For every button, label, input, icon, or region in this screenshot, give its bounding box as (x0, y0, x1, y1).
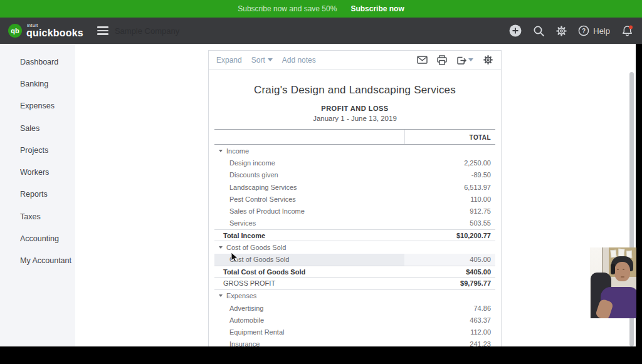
row-value: $10,200.77 (456, 232, 491, 239)
quickbooks-wordmark: quickbooks (26, 28, 83, 38)
webcam-headphones (611, 264, 615, 274)
subscribe-now-link[interactable]: Subscribe now (350, 4, 404, 13)
report-row-expenses[interactable]: Expenses (214, 290, 495, 302)
row-value: 912.75 (470, 207, 491, 215)
help-button[interactable]: ? Help (578, 25, 610, 36)
sidebar-item-label: Projects (20, 146, 48, 155)
row-value: 74.86 (473, 304, 491, 312)
report-row-insurance[interactable]: Insurance241.23 (214, 338, 495, 346)
sidebar-item-label: Sales (20, 124, 39, 133)
row-value: 241.23 (470, 340, 491, 346)
report-date-range: January 1 - June 13, 2019 (209, 115, 501, 122)
quickbooks-logo[interactable]: qb intuit quickbooks (0, 23, 83, 38)
report-row-landscaping-services[interactable]: Landscaping Services6,513.97 (214, 181, 495, 193)
row-label: Services (229, 219, 256, 227)
report-table-body: IncomeDesign income2,250.00Discounts giv… (214, 145, 495, 346)
sidebar-item-label: Taxes (20, 212, 41, 221)
sidebar-item-banking[interactable]: Banking (0, 73, 75, 95)
row-label: Sales of Product Income (229, 207, 305, 215)
mouse-cursor (231, 252, 239, 263)
sidebar-item-projects[interactable]: Projects (0, 139, 75, 161)
row-label: Equipment Rental (229, 328, 284, 336)
row-label: Income (226, 147, 249, 155)
hamburger-menu-icon[interactable] (97, 26, 108, 35)
report-row-gross-profit: GROSS PROFIT$9,795.77 (214, 278, 495, 289)
report-title: PROFIT AND LOSS (209, 105, 501, 112)
report-settings-gear-icon[interactable] (483, 55, 493, 65)
sort-dropdown[interactable]: Sort (251, 56, 273, 65)
sidebar-item-sales[interactable]: Sales (0, 117, 75, 139)
row-label: Automobile (229, 316, 264, 324)
row-label: Total Cost of Goods Sold (223, 268, 305, 276)
sidebar-item-dashboard[interactable]: Dashboard (0, 51, 75, 73)
row-value: $405.00 (466, 268, 491, 276)
svg-text:?: ? (582, 28, 586, 34)
row-label: Total Income (223, 232, 265, 239)
row-value: 112.00 (470, 328, 491, 336)
row-value: 6,513.97 (464, 184, 491, 191)
settings-gear-icon[interactable] (555, 25, 567, 37)
column-divider (404, 130, 405, 144)
sidebar-item-workers[interactable]: Workers (0, 161, 75, 183)
intuit-label: intuit (27, 23, 83, 28)
sidebar-nav: DashboardBankingExpensesSalesProjectsWor… (0, 51, 75, 272)
row-label: Insurance (229, 340, 260, 346)
row-value: 110.00 (470, 195, 491, 203)
row-label: Landscaping Services (229, 184, 297, 191)
sidebar-item-expenses[interactable]: Expenses (0, 95, 75, 117)
report-row-pest-control-services[interactable]: Pest Control Services110.00 (214, 193, 495, 205)
sidebar-item-taxes[interactable]: Taxes (0, 205, 75, 227)
collapse-caret-icon[interactable] (219, 150, 223, 152)
report-row-cost-of-goods-sold[interactable]: Cost of Goods Sold (214, 241, 495, 253)
qb-logo-icon: qb (8, 24, 22, 38)
collapse-caret-icon[interactable] (219, 246, 223, 249)
expand-link[interactable]: Expand (216, 56, 242, 65)
report-table: TOTAL IncomeDesign income2,250.00Discoun… (214, 129, 495, 346)
notifications-bell-icon[interactable] (621, 24, 634, 38)
sidebar-item-label: My Accountant (20, 256, 71, 265)
chevron-down-icon (468, 58, 473, 61)
row-label: GROSS PROFIT (223, 279, 275, 287)
row-value: -89.50 (471, 171, 491, 179)
sidebar-item-accounting[interactable]: Accounting (0, 227, 75, 249)
row-label: Design income (229, 159, 275, 167)
sidebar-item-label: Reports (20, 190, 48, 199)
add-notes-link[interactable]: Add notes (282, 56, 316, 65)
sidebar-item-label: Banking (20, 80, 48, 88)
row-label: Expenses (226, 292, 256, 299)
sidebar-item-my-accountant[interactable]: My Accountant (0, 250, 75, 272)
report-card: Expand Sort Add notes (208, 50, 502, 346)
report-row-cost-of-goods-sold[interactable]: Cost of Goods Sold405.00 (214, 254, 495, 266)
collapse-caret-icon[interactable] (219, 294, 223, 297)
email-icon[interactable] (417, 56, 428, 64)
total-column-header: TOTAL (470, 134, 491, 141)
search-icon[interactable] (533, 25, 545, 37)
report-company-name: Craig's Design and Landscaping Services (209, 84, 501, 96)
help-label: Help (593, 26, 610, 36)
row-value: 463.37 (470, 316, 491, 324)
row-label: Advertising (229, 304, 263, 312)
sidebar-item-reports[interactable]: Reports (0, 184, 75, 205)
report-toolbar: Expand Sort Add notes (209, 51, 501, 70)
chevron-down-icon (268, 58, 273, 61)
report-row-design-income[interactable]: Design income2,250.00 (214, 157, 495, 169)
sidebar-item-label: Workers (20, 168, 49, 177)
webcam-overlay (590, 247, 636, 318)
report-row-discounts-given[interactable]: Discounts given-89.50 (214, 169, 495, 181)
create-plus-icon[interactable] (508, 24, 522, 38)
row-value: 405.00 (470, 256, 491, 263)
sidebar-item-label: Expenses (20, 101, 55, 110)
top-navbar: qb intuit quickbooks Sample Company ? He… (0, 18, 642, 44)
report-row-automobile[interactable]: Automobile463.37 (214, 314, 495, 326)
print-icon[interactable] (437, 55, 447, 65)
webcam-person-face (614, 262, 630, 281)
row-label: Pest Control Services (229, 195, 296, 203)
row-value: 503.55 (470, 219, 491, 227)
sidebar-item-label: Accounting (20, 234, 59, 243)
report-row-equipment-rental[interactable]: Equipment Rental112.00 (214, 326, 495, 338)
report-row-services[interactable]: Services503.55 (214, 217, 495, 229)
report-row-income[interactable]: Income (214, 145, 495, 157)
export-icon[interactable] (456, 55, 473, 65)
report-row-advertising[interactable]: Advertising74.86 (214, 302, 495, 314)
report-row-sales-of-product-income[interactable]: Sales of Product Income912.75 (214, 205, 495, 217)
